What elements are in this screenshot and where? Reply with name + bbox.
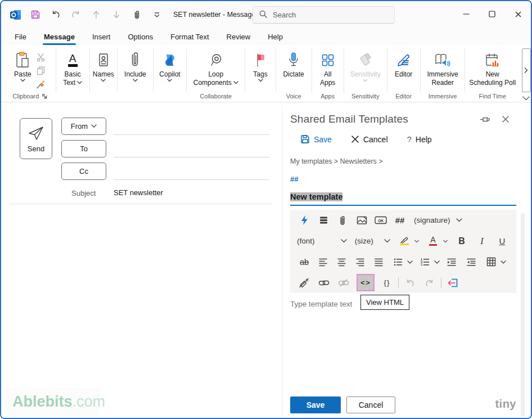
tab-message[interactable]: Message — [43, 30, 76, 43]
align-right-icon[interactable] — [353, 254, 367, 270]
save-floppy-icon — [300, 134, 310, 144]
font-color-button[interactable]: A — [426, 233, 440, 249]
maximize-button[interactable] — [479, 1, 505, 27]
signature-dropdown[interactable]: (signature) — [414, 216, 462, 224]
pane-scrollbar[interactable] — [521, 213, 525, 417]
tab-help[interactable]: Help — [267, 30, 284, 43]
editor-button[interactable]: Editor — [395, 49, 412, 78]
from-button[interactable]: From — [61, 118, 106, 135]
move-up-icon — [90, 8, 102, 21]
font-dropdown[interactable]: (font) — [297, 237, 347, 245]
to-button[interactable]: To — [61, 140, 106, 157]
numbered-list-icon[interactable] — [417, 254, 432, 270]
microphone-icon — [286, 51, 301, 70]
template-name-field[interactable]: New template — [290, 192, 342, 201]
breadcrumb[interactable]: My templates > Newsletters > — [290, 157, 383, 165]
tab-file[interactable]: File — [13, 30, 28, 43]
pane-help-action[interactable]: ? Help — [407, 134, 432, 144]
attach-file-icon[interactable] — [335, 213, 350, 228]
ribbon-overflow-button[interactable] — [522, 48, 531, 92]
view-html-button[interactable]: <> — [357, 274, 375, 291]
minimize-button[interactable] — [453, 1, 479, 27]
strikethrough-button[interactable]: ab — [297, 254, 312, 270]
message-compose-area: Send From To Cc Subject SET newsletter A… — [1, 105, 281, 418]
basic-text-button[interactable]: A Basic Text — [63, 49, 82, 87]
cancel-x-icon — [351, 135, 359, 143]
insert-into-email-icon[interactable] — [445, 275, 460, 291]
search-box[interactable] — [253, 6, 395, 24]
undo-icon[interactable] — [49, 8, 62, 21]
chevron-down-icon[interactable] — [407, 260, 413, 264]
format-painter-icon[interactable] — [36, 79, 46, 89]
cc-button[interactable]: Cc — [61, 163, 106, 180]
dialog-launcher-icon[interactable] — [42, 93, 47, 99]
bold-button[interactable]: B — [454, 233, 469, 249]
chevron-down-icon[interactable] — [443, 240, 448, 243]
insert-field-braces-button[interactable]: {} — [380, 275, 394, 291]
search-input[interactable] — [273, 11, 374, 19]
from-field-line[interactable] — [114, 134, 269, 135]
names-button[interactable]: Names — [93, 49, 114, 82]
ribbon-group-names: Names — [90, 46, 117, 102]
size-dropdown[interactable]: (size) — [355, 237, 390, 245]
copilot-button[interactable]: Copilot — [159, 49, 180, 82]
ok-button-icon[interactable]: OK — [373, 213, 388, 228]
tab-review[interactable]: Review — [226, 30, 252, 43]
include-button[interactable]: Include — [124, 49, 146, 82]
quick-insert-icon[interactable] — [297, 213, 312, 228]
bullet-list-icon[interactable] — [390, 254, 405, 270]
chevron-down-icon[interactable] — [434, 260, 440, 264]
cc-field-line[interactable] — [114, 179, 269, 180]
fill-paragraph-icon[interactable] — [316, 213, 331, 228]
window-controls — [453, 1, 531, 28]
ribbon-group-find-time: New Scheduling Poll Find Time — [465, 46, 520, 102]
ribbon: Paste Clipboard — [1, 46, 531, 102]
increase-indent-icon[interactable] — [444, 254, 459, 270]
send-button[interactable]: Send — [20, 118, 52, 159]
pane-save-action[interactable]: Save — [300, 134, 332, 144]
chevron-down-icon[interactable] — [414, 240, 419, 243]
align-left-icon[interactable] — [315, 254, 330, 270]
highlight-color-button[interactable] — [397, 233, 412, 249]
underline-button[interactable]: U — [495, 233, 510, 249]
attach-icon[interactable] — [130, 8, 143, 21]
cut-icon — [36, 52, 46, 62]
new-scheduling-poll-button[interactable]: New Scheduling Poll — [469, 49, 516, 87]
pin-pane-icon[interactable] — [480, 115, 490, 126]
redo-icon[interactable] — [70, 8, 82, 21]
decrease-indent-icon[interactable] — [464, 254, 479, 270]
save-icon[interactable] — [29, 8, 42, 21]
align-center-icon[interactable] — [334, 254, 349, 270]
close-pane-icon[interactable] — [502, 115, 510, 125]
collapse-ribbon-icon[interactable] — [522, 96, 530, 101]
customize-qat-icon[interactable] — [151, 8, 163, 21]
immersive-reader-button[interactable]: Immersive Reader — [427, 49, 458, 87]
macro-hashes-icon[interactable]: ## — [393, 213, 407, 228]
table-icon[interactable] — [484, 254, 498, 270]
tab-format-text[interactable]: Format Text — [169, 30, 210, 43]
footer-cancel-button[interactable]: Cancel — [346, 397, 395, 413]
italic-button[interactable]: I — [475, 233, 489, 249]
clear-formatting-icon[interactable] — [297, 275, 312, 291]
footer-save-button[interactable]: Save — [290, 397, 341, 413]
tab-insert[interactable]: Insert — [91, 30, 112, 43]
template-text-placeholder[interactable]: Type template text — [290, 300, 352, 308]
close-button[interactable] — [505, 1, 531, 27]
paste-button[interactable]: Paste — [14, 49, 31, 82]
send-plane-icon — [28, 125, 44, 141]
loop-components-button[interactable]: Loop Components — [193, 49, 238, 87]
all-apps-button[interactable]: All Apps — [320, 49, 335, 87]
sensitivity-badge-icon — [357, 51, 374, 70]
insert-link-icon[interactable] — [317, 275, 331, 291]
ablebits-logo: Ablebits.com — [6, 388, 100, 416]
dictate-button[interactable]: Dictate — [283, 49, 304, 78]
pane-cancel-action[interactable]: Cancel — [351, 135, 388, 144]
to-field-line[interactable] — [114, 157, 269, 157]
tab-options[interactable]: Options — [127, 30, 154, 43]
chevron-down-icon[interactable] — [501, 260, 506, 264]
justify-icon[interactable] — [371, 254, 386, 270]
tags-button[interactable]: Tags — [253, 49, 268, 82]
template-shortcut[interactable]: ## — [290, 175, 298, 183]
insert-image-icon[interactable] — [354, 213, 369, 228]
subject-value[interactable]: SET newsletter — [114, 188, 163, 197]
